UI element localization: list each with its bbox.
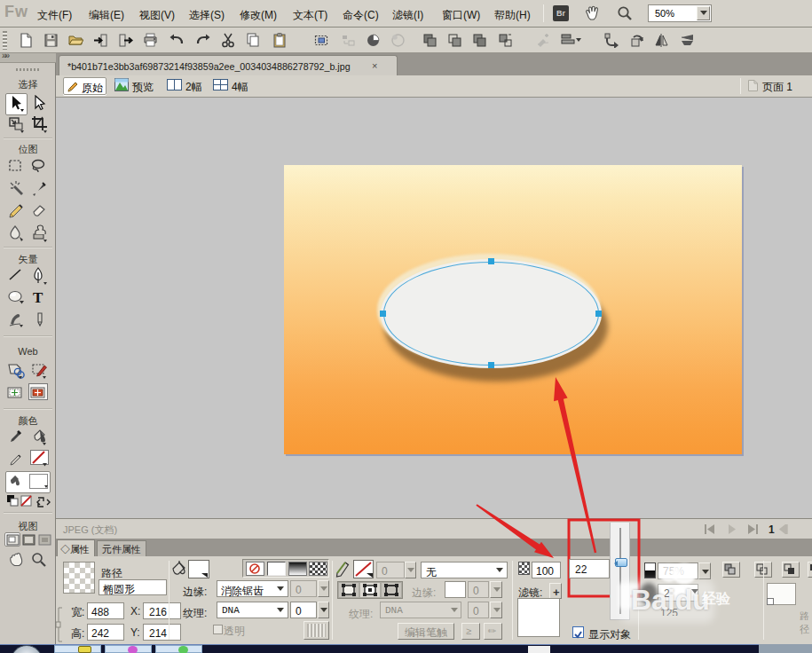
svg-text:1: 1 — [769, 524, 775, 534]
svg-text:T: T — [33, 289, 43, 306]
